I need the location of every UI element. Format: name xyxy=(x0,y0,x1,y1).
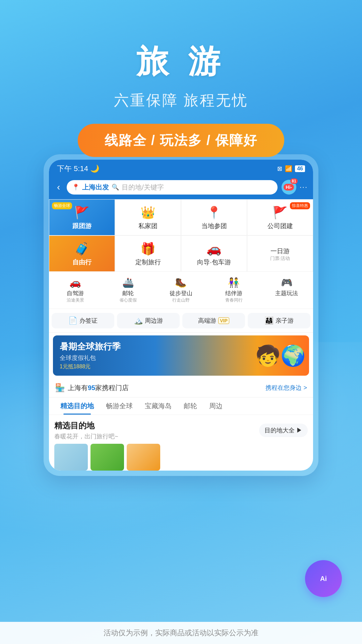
menu-item-group-tour[interactable]: 畅游全球 🚩 跟团游 xyxy=(49,199,115,235)
visa-icon: 📄 xyxy=(68,316,77,325)
guide-car-label: 向导·包车游 xyxy=(197,258,231,267)
sec-item-family[interactable]: 👨‍👩‍👧 亲子游 xyxy=(248,313,310,328)
more-button[interactable]: ··· xyxy=(300,183,308,192)
mini-item-hiking[interactable]: 🥾 徒步登山 行走山野 xyxy=(155,274,207,306)
promo-banner[interactable]: 暑期全球旅行季 全球度假礼包 1元抵1888元 🧒🌍 xyxy=(53,335,309,376)
dest-images xyxy=(54,444,308,471)
menu-item-day-tour[interactable]: 一日游 门票·活动 xyxy=(247,235,313,272)
store-info: 🏪 上海有95家携程门店 xyxy=(55,383,129,392)
companion-icon: 👫 xyxy=(228,277,240,288)
companion-sub: 青春同行 xyxy=(225,297,243,303)
tab-nearby[interactable]: 周边 xyxy=(203,397,229,415)
dest-more-button[interactable]: 目的地大全 ▶ xyxy=(259,424,308,437)
banner-sub: 全球度假礼包 xyxy=(60,354,121,362)
luxury-label: 高端游 xyxy=(198,317,216,325)
group-tour-icon: 🚩 xyxy=(74,206,89,220)
visa-label: 办签证 xyxy=(79,317,98,325)
phone-inner: 下午 5:14 🌙 ⊠ 📶 46 ‹ 📍 上海出发 🔍 目的地/关键字 Hi- xyxy=(49,160,313,471)
custom-travel-icon: 🎁 xyxy=(140,242,156,256)
free-travel-icon: 🧳 xyxy=(74,242,89,256)
guide-car-icon: 🚗 xyxy=(206,242,222,256)
status-time: 下午 5:14 🌙 xyxy=(57,164,99,174)
tab-global[interactable]: 畅游全球 xyxy=(100,397,139,415)
day-tour-label: 一日游 xyxy=(270,247,290,256)
mini-item-theme[interactable]: 🎮 主题玩法 xyxy=(260,274,313,306)
dest-title: 精选目的地 xyxy=(54,420,118,431)
depart-city: 上海出发 xyxy=(82,183,109,192)
menu-row-1: 畅游全球 🚩 跟团游 👑 私家团 📍 当地参团 惊喜特惠 🚩 公司团建 xyxy=(49,199,313,235)
dest-sub: 春暖花开，出门旅行吧~ xyxy=(54,432,118,440)
store-text: 上海有95家携程门店 xyxy=(68,383,129,392)
dest-image-3[interactable] xyxy=(127,444,160,471)
disclaimer: 活动仅为示例，实际商品或活动以实际公示为准 xyxy=(0,622,362,644)
self-drive-sub: 沿途美景 xyxy=(67,297,84,303)
screen-icon: ⊠ xyxy=(277,165,282,172)
store-row: 🏪 上海有95家携程门店 携程在您身边 > xyxy=(49,378,313,397)
ai-fab-button[interactable]: Ai xyxy=(305,560,342,597)
tab-row: 精选目的地 畅游全球 宝藏海岛 邮轮 周边 xyxy=(49,397,313,415)
moon-icon: 🌙 xyxy=(90,164,99,173)
menu-item-custom-travel[interactable]: 🎁 定制旅行 xyxy=(115,235,181,272)
nav-bar: ‹ 📍 上海出发 🔍 目的地/关键字 Hi- 81 ··· xyxy=(49,176,313,199)
menu-item-private-tour[interactable]: 👑 私家团 xyxy=(115,199,181,235)
hiking-label: 徒步登山 xyxy=(170,289,192,297)
mini-item-companion[interactable]: 👫 结伴游 青春同行 xyxy=(207,274,260,306)
cruise-label: 邮轮 xyxy=(122,289,134,297)
dest-section: 精选目的地 春暖花开，出门旅行吧~ 目的地大全 ▶ xyxy=(49,415,313,471)
sec-item-nearby[interactable]: 🏔️ 周边游 xyxy=(117,313,180,328)
cruise-icon: 🚢 xyxy=(122,277,134,288)
avatar[interactable]: Hi- 81 xyxy=(282,180,296,195)
mini-menu: 🚗 自驾游 沿途美景 🚢 邮轮 省心度假 🥾 徒步登山 行走山野 👫 结伴游 青… xyxy=(49,272,313,309)
tab-island[interactable]: 宝藏海岛 xyxy=(139,397,178,415)
search-placeholder: 目的地/关键字 xyxy=(122,183,164,192)
banner-title: 暑期全球旅行季 xyxy=(60,341,121,353)
vip-badge: VIP xyxy=(218,317,229,324)
wifi-icon: 📶 xyxy=(285,165,292,172)
custom-travel-label: 定制旅行 xyxy=(135,258,161,267)
hero-title: 旅 游 xyxy=(0,40,362,84)
dest-header: 精选目的地 春暖花开，出门旅行吧~ 目的地大全 ▶ xyxy=(54,420,308,440)
cruise-sub: 省心度假 xyxy=(119,297,137,303)
search-icon: 🔍 xyxy=(112,183,119,191)
phone-mockup: 下午 5:14 🌙 ⊠ 📶 46 ‹ 📍 上海出发 🔍 目的地/关键字 Hi- xyxy=(44,154,318,476)
nearby-label: 周边游 xyxy=(145,317,163,325)
menu-item-local-tour[interactable]: 📍 当地参团 xyxy=(181,199,247,235)
tab-selected[interactable]: 精选目的地 xyxy=(54,397,100,415)
hero-section: 旅 游 六重保障 旅程无忧 线路全 / 玩法多 / 保障好 xyxy=(0,0,362,157)
banner-decoration: 🧒🌍 xyxy=(255,335,306,376)
group-tour-badge: 畅游全球 xyxy=(52,202,72,209)
hero-badge[interactable]: 线路全 / 玩法多 / 保障好 xyxy=(78,124,285,157)
tab-cruise[interactable]: 邮轮 xyxy=(178,397,203,415)
free-travel-label: 自由行 xyxy=(72,258,92,267)
self-drive-icon: 🚗 xyxy=(69,277,81,288)
companion-label: 结伴游 xyxy=(225,289,242,297)
sec-item-visa[interactable]: 📄 办签证 xyxy=(52,313,114,328)
nearby-icon: 🏔️ xyxy=(134,316,143,325)
dest-title-block: 精选目的地 春暖花开，出门旅行吧~ xyxy=(54,420,118,440)
mini-item-cruise[interactable]: 🚢 邮轮 省心度假 xyxy=(102,274,155,306)
hi-badge: Hi- xyxy=(284,184,294,191)
dest-image-2[interactable] xyxy=(90,444,124,471)
menu-row-2: 🧳 自由行 🎁 定制旅行 🚗 向导·包车游 一日游 门票·活动 xyxy=(49,235,313,272)
hero-subtitle: 六重保障 旅程无忧 xyxy=(0,91,362,110)
private-tour-icon: 👑 xyxy=(140,206,156,220)
notif-badge: 81 xyxy=(290,178,297,184)
dest-image-1[interactable] xyxy=(54,444,88,471)
theme-icon: 🎮 xyxy=(281,277,293,288)
sec-item-luxury[interactable]: 高端游 VIP xyxy=(182,313,245,328)
company-tour-icon: 🚩 xyxy=(273,206,288,220)
search-bar[interactable]: 📍 上海出发 🔍 目的地/关键字 xyxy=(67,180,277,195)
hiking-sub: 行走山野 xyxy=(172,297,190,303)
local-tour-label: 当地参团 xyxy=(201,222,227,230)
mini-item-self-drive[interactable]: 🚗 自驾游 沿途美景 xyxy=(49,274,102,306)
menu-item-guide-car[interactable]: 🚗 向导·包车游 xyxy=(181,235,247,272)
company-tour-badge: 惊喜特惠 xyxy=(290,202,310,209)
location-icon: 📍 xyxy=(72,183,79,191)
banner-text: 暑期全球旅行季 全球度假礼包 1元抵1888元 xyxy=(60,341,121,370)
menu-item-free-travel[interactable]: 🧳 自由行 xyxy=(49,235,115,272)
menu-item-company-tour[interactable]: 惊喜特惠 🚩 公司团建 xyxy=(247,199,313,235)
family-icon: 👨‍👩‍👧 xyxy=(264,316,274,325)
back-button[interactable]: ‹ xyxy=(54,180,63,194)
store-icon: 🏪 xyxy=(55,383,65,392)
store-link[interactable]: 携程在您身边 > xyxy=(265,384,307,392)
